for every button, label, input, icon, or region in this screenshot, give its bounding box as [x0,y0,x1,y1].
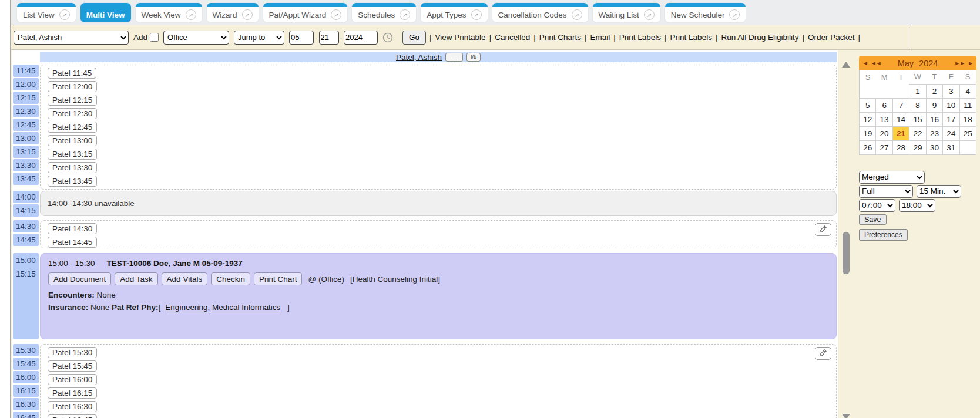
day-cell[interactable]: 3 [943,84,959,98]
preferences-button[interactable]: Preferences [859,229,908,241]
open-new-window-icon[interactable]: ↗ [400,9,410,20]
edit-slot-button[interactable] [815,223,831,236]
date-year-input[interactable] [344,31,378,45]
day-cell[interactable]: 10 [943,98,959,112]
day-cell[interactable]: 19 [860,126,876,140]
open-new-window-icon[interactable]: ↗ [644,9,655,20]
fb-toggle-button[interactable]: f/b [466,53,481,62]
tab-pat-appt-wizard[interactable]: Pat/Appt Wizard↗ [263,3,348,22]
time-cell[interactable]: 15:45 [13,358,39,370]
end-time-select[interactable]: 18:00 [899,199,935,212]
time-cell[interactable]: 13:00 [13,132,39,144]
time-cell[interactable]: 15:0015:15 [13,253,39,339]
day-cell[interactable]: 9 [926,98,942,112]
calendar-picker-icon[interactable] [382,32,393,43]
patient-name-link[interactable]: TEST-10006 Doe, Jane M 05-09-1937 [107,259,243,268]
tab-wizard[interactable]: Wizard↗ [207,3,259,22]
time-cell[interactable]: 14:45 [13,234,39,246]
tab-list-view[interactable]: List View↗ [17,3,76,22]
selected-day-cell[interactable]: 21 [892,126,909,140]
time-cell[interactable]: 12:45 [13,119,39,131]
provider-header-link[interactable]: Patel, Ashish [396,53,442,62]
time-cell[interactable]: 13:30 [13,159,39,171]
time-cell[interactable]: 11:45 [13,65,39,77]
time-cell[interactable]: 16:45 [13,412,39,418]
tab-waiting-list[interactable]: Waiting List↗ [593,3,660,22]
day-cell[interactable]: 17 [943,112,959,126]
add-task-button[interactable]: Add Task [115,272,157,285]
prev-month-icon[interactable]: ◄ [862,60,868,66]
open-new-window-icon[interactable]: ↗ [242,9,253,20]
toolbar-link-run-all-drug-eligibility[interactable]: Run All Drug Eligibility [721,33,798,42]
day-cell[interactable]: 7 [892,98,909,112]
tab-schedules[interactable]: Schedules↗ [352,3,416,22]
slot-button-patel-15-30[interactable]: Patel 15:30 [48,347,97,358]
slot-button-patel-12-00[interactable]: Patel 12:00 [48,81,97,92]
display-mode-select[interactable]: Full [859,185,913,198]
day-cell[interactable]: 29 [909,140,926,154]
day-cell[interactable]: 20 [876,126,892,140]
tab-cancellation-codes[interactable]: Cancellation Codes↗ [492,3,588,22]
add-checkbox[interactable] [150,33,159,42]
tab-multi-view[interactable]: Multi View [80,3,131,22]
slot-button-patel-15-45[interactable]: Patel 15:45 [48,360,97,372]
toolbar-link-print-labels[interactable]: Print Labels [619,33,661,42]
day-cell[interactable]: 27 [876,140,892,154]
slot-button-patel-13-00[interactable]: Patel 13:00 [48,135,97,146]
open-new-window-icon[interactable]: ↗ [186,9,196,20]
view-mode-select[interactable]: Merged [859,171,925,184]
day-cell[interactable]: 4 [959,84,976,98]
day-cell[interactable]: 14 [892,112,909,126]
tab-new-scheduler[interactable]: New Scheduler↗ [665,3,746,22]
tab-week-view[interactable]: Week View↗ [136,3,202,22]
toolbar-link-email[interactable]: Email [590,33,610,42]
print-chart-button[interactable]: Print Chart [254,272,303,285]
time-cell[interactable]: 12:15 [13,92,39,104]
day-cell[interactable]: 18 [959,112,976,126]
day-cell[interactable]: 30 [926,140,942,154]
edit-slot-button[interactable] [815,347,831,360]
open-new-window-icon[interactable]: ↗ [572,9,582,20]
referring-physician-link[interactable]: Engineering, Medical Informatics [165,303,280,312]
time-cell[interactable]: 14:30 [13,220,39,232]
date-day-input[interactable] [319,31,339,45]
day-cell[interactable]: 28 [892,140,909,154]
day-cell[interactable]: 25 [959,126,976,140]
date-month-input[interactable] [289,31,314,45]
time-cell[interactable]: 14:15 [13,204,39,217]
day-cell[interactable]: 13 [876,112,892,126]
save-button[interactable]: Save [859,214,887,225]
jump-to-select[interactable]: Jump to [234,31,284,45]
slot-button-patel-12-30[interactable]: Patel 12:30 [48,108,97,119]
time-cell[interactable]: 13:45 [13,173,39,185]
go-button[interactable]: Go [402,31,426,45]
checkin-button[interactable]: Checkin [211,272,250,285]
day-cell[interactable]: 16 [926,112,942,126]
open-new-window-icon[interactable]: ↗ [59,9,70,20]
time-cell[interactable]: 12:00 [13,78,39,90]
next-month-icon[interactable]: ► [968,60,973,66]
slot-button-patel-14-30[interactable]: Patel 14:30 [48,223,97,234]
prev-year-icon[interactable]: ◄◄ [871,60,881,66]
day-cell[interactable]: 6 [876,98,892,112]
slot-button-patel-16-00[interactable]: Patel 16:00 [48,374,97,385]
minimize-column-button[interactable]: — [445,53,463,62]
day-cell[interactable]: 31 [943,140,959,154]
time-cell[interactable]: 16:30 [13,398,39,410]
day-cell[interactable]: 2 [926,84,942,98]
provider-select[interactable]: Patel, Ashish [14,31,129,45]
add-vitals-button[interactable]: Add Vitals [162,272,208,285]
toolbar-link-order-packet[interactable]: Order Packet [808,33,855,42]
slot-button-patel-12-45[interactable]: Patel 12:45 [48,122,97,133]
toolbar-link-view-printable[interactable]: View Printable [435,33,486,42]
facility-select[interactable]: Office [163,31,229,45]
slot-button-patel-13-45[interactable]: Patel 13:45 [48,176,97,187]
tab-appt-types[interactable]: Appt Types↗ [421,3,487,22]
time-cell[interactable]: 16:00 [13,371,39,383]
appointment-time-link[interactable]: 15:00 - 15:30 [48,259,95,268]
slot-button-patel-16-30[interactable]: Patel 16:30 [48,401,97,412]
day-cell[interactable]: 26 [860,140,876,154]
add-document-button[interactable]: Add Document [48,272,111,285]
time-cell[interactable]: 13:15 [13,146,39,158]
day-cell[interactable]: 12 [860,112,876,126]
